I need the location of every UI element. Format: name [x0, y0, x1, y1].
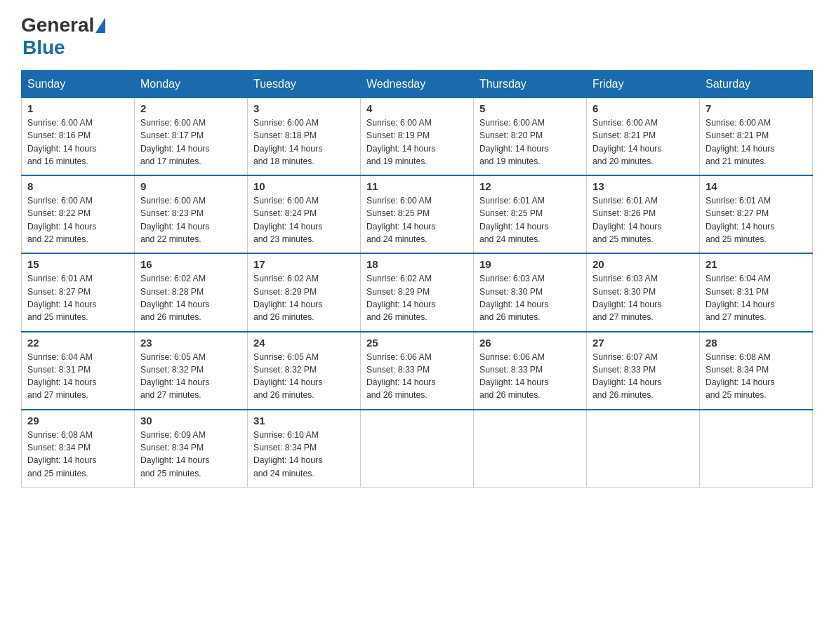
calendar-cell: 9 Sunrise: 6:00 AMSunset: 8:23 PMDayligh…	[135, 175, 248, 253]
calendar-cell: 15 Sunrise: 6:01 AMSunset: 8:27 PMDaylig…	[22, 253, 135, 331]
calendar-cell: 30 Sunrise: 6:09 AMSunset: 8:34 PMDaylig…	[135, 410, 248, 488]
calendar-cell: 1 Sunrise: 6:00 AMSunset: 8:16 PMDayligh…	[22, 98, 135, 176]
calendar-cell	[474, 410, 587, 488]
day-info: Sunrise: 6:08 AMSunset: 8:34 PMDaylight:…	[27, 429, 128, 480]
day-number: 16	[140, 258, 241, 270]
day-info: Sunrise: 6:02 AMSunset: 8:29 PMDaylight:…	[366, 272, 468, 323]
calendar-cell: 24 Sunrise: 6:05 AMSunset: 8:32 PMDaylig…	[248, 332, 361, 410]
logo: General Blue	[21, 14, 107, 59]
day-info: Sunrise: 6:04 AMSunset: 8:31 PMDaylight:…	[706, 272, 807, 323]
calendar-cell: 3 Sunrise: 6:00 AMSunset: 8:18 PMDayligh…	[248, 98, 361, 176]
day-number: 28	[706, 337, 807, 349]
day-number: 5	[479, 102, 581, 114]
col-header-tuesday: Tuesday	[248, 71, 361, 98]
day-number: 17	[253, 258, 355, 270]
day-number: 2	[140, 102, 241, 114]
calendar-cell: 17 Sunrise: 6:02 AMSunset: 8:29 PMDaylig…	[248, 253, 361, 331]
week-row-3: 15 Sunrise: 6:01 AMSunset: 8:27 PMDaylig…	[22, 253, 813, 331]
day-info: Sunrise: 6:00 AMSunset: 8:22 PMDaylight:…	[27, 194, 128, 246]
day-number: 30	[140, 415, 241, 427]
day-info: Sunrise: 6:09 AMSunset: 8:34 PMDaylight:…	[140, 429, 241, 480]
day-number: 22	[27, 337, 128, 349]
col-header-saturday: Saturday	[700, 71, 813, 98]
week-row-4: 22 Sunrise: 6:04 AMSunset: 8:31 PMDaylig…	[22, 332, 813, 410]
calendar-cell: 25 Sunrise: 6:06 AMSunset: 8:33 PMDaylig…	[361, 332, 474, 410]
logo-text: General	[21, 14, 107, 36]
day-info: Sunrise: 6:06 AMSunset: 8:33 PMDaylight:…	[479, 351, 581, 402]
day-number: 18	[366, 258, 468, 270]
day-number: 4	[366, 102, 468, 114]
day-info: Sunrise: 6:00 AMSunset: 8:23 PMDaylight:…	[140, 194, 241, 246]
day-number: 21	[706, 258, 807, 270]
day-info: Sunrise: 6:08 AMSunset: 8:34 PMDaylight:…	[706, 351, 807, 402]
header: General Blue	[21, 14, 813, 59]
day-info: Sunrise: 6:07 AMSunset: 8:33 PMDaylight:…	[593, 351, 694, 402]
calendar-cell: 7 Sunrise: 6:00 AMSunset: 8:21 PMDayligh…	[700, 98, 813, 176]
calendar-header-row: SundayMondayTuesdayWednesdayThursdayFrid…	[22, 71, 813, 98]
day-number: 3	[253, 102, 355, 114]
logo-blue: Blue	[22, 36, 65, 58]
calendar-cell: 12 Sunrise: 6:01 AMSunset: 8:25 PMDaylig…	[474, 175, 587, 253]
day-number: 8	[27, 180, 128, 192]
day-info: Sunrise: 6:00 AMSunset: 8:17 PMDaylight:…	[140, 116, 241, 168]
calendar-cell: 18 Sunrise: 6:02 AMSunset: 8:29 PMDaylig…	[361, 253, 474, 331]
calendar-cell: 29 Sunrise: 6:08 AMSunset: 8:34 PMDaylig…	[22, 410, 135, 488]
calendar-cell: 5 Sunrise: 6:00 AMSunset: 8:20 PMDayligh…	[474, 98, 587, 176]
day-info: Sunrise: 6:04 AMSunset: 8:31 PMDaylight:…	[27, 351, 128, 402]
col-header-thursday: Thursday	[474, 71, 587, 98]
calendar-cell: 20 Sunrise: 6:03 AMSunset: 8:30 PMDaylig…	[587, 253, 700, 331]
calendar-cell: 4 Sunrise: 6:00 AMSunset: 8:19 PMDayligh…	[361, 98, 474, 176]
day-number: 15	[27, 258, 128, 270]
day-info: Sunrise: 6:10 AMSunset: 8:34 PMDaylight:…	[253, 429, 355, 480]
col-header-monday: Monday	[135, 71, 248, 98]
day-info: Sunrise: 6:01 AMSunset: 8:27 PMDaylight:…	[706, 194, 807, 246]
day-info: Sunrise: 6:00 AMSunset: 8:25 PMDaylight:…	[366, 194, 468, 246]
col-header-wednesday: Wednesday	[361, 71, 474, 98]
calendar-table: SundayMondayTuesdayWednesdayThursdayFrid…	[21, 70, 813, 488]
day-number: 24	[253, 337, 355, 349]
day-info: Sunrise: 6:00 AMSunset: 8:24 PMDaylight:…	[253, 194, 355, 246]
day-number: 27	[593, 337, 694, 349]
logo-triangle-icon	[95, 18, 105, 33]
week-row-2: 8 Sunrise: 6:00 AMSunset: 8:22 PMDayligh…	[22, 175, 813, 253]
day-number: 31	[253, 415, 355, 427]
day-number: 20	[593, 258, 694, 270]
day-info: Sunrise: 6:00 AMSunset: 8:19 PMDaylight:…	[366, 116, 468, 168]
day-info: Sunrise: 6:01 AMSunset: 8:25 PMDaylight:…	[479, 194, 581, 246]
day-number: 7	[706, 102, 807, 114]
day-info: Sunrise: 6:02 AMSunset: 8:29 PMDaylight:…	[253, 272, 355, 323]
day-number: 26	[479, 337, 581, 349]
calendar-cell: 21 Sunrise: 6:04 AMSunset: 8:31 PMDaylig…	[700, 253, 813, 331]
calendar-cell: 31 Sunrise: 6:10 AMSunset: 8:34 PMDaylig…	[248, 410, 361, 488]
col-header-friday: Friday	[587, 71, 700, 98]
day-info: Sunrise: 6:03 AMSunset: 8:30 PMDaylight:…	[593, 272, 694, 323]
day-number: 9	[140, 180, 241, 192]
calendar-cell: 23 Sunrise: 6:05 AMSunset: 8:32 PMDaylig…	[135, 332, 248, 410]
calendar-cell: 26 Sunrise: 6:06 AMSunset: 8:33 PMDaylig…	[474, 332, 587, 410]
day-info: Sunrise: 6:00 AMSunset: 8:20 PMDaylight:…	[479, 116, 581, 168]
calendar-cell: 2 Sunrise: 6:00 AMSunset: 8:17 PMDayligh…	[135, 98, 248, 176]
week-row-5: 29 Sunrise: 6:08 AMSunset: 8:34 PMDaylig…	[22, 410, 813, 488]
calendar-cell: 14 Sunrise: 6:01 AMSunset: 8:27 PMDaylig…	[700, 175, 813, 253]
calendar-cell	[361, 410, 474, 488]
calendar-cell: 19 Sunrise: 6:03 AMSunset: 8:30 PMDaylig…	[474, 253, 587, 331]
calendar-cell: 13 Sunrise: 6:01 AMSunset: 8:26 PMDaylig…	[587, 175, 700, 253]
day-info: Sunrise: 6:03 AMSunset: 8:30 PMDaylight:…	[479, 272, 581, 323]
day-info: Sunrise: 6:06 AMSunset: 8:33 PMDaylight:…	[366, 351, 468, 402]
week-row-1: 1 Sunrise: 6:00 AMSunset: 8:16 PMDayligh…	[22, 98, 813, 176]
day-number: 29	[27, 415, 128, 427]
day-info: Sunrise: 6:01 AMSunset: 8:26 PMDaylight:…	[593, 194, 694, 246]
day-number: 10	[253, 180, 355, 192]
day-info: Sunrise: 6:00 AMSunset: 8:21 PMDaylight:…	[706, 116, 807, 168]
logo-general: General	[21, 14, 94, 36]
calendar-cell	[700, 410, 813, 488]
calendar-body: 1 Sunrise: 6:00 AMSunset: 8:16 PMDayligh…	[22, 98, 813, 488]
day-info: Sunrise: 6:05 AMSunset: 8:32 PMDaylight:…	[253, 351, 355, 402]
day-info: Sunrise: 6:00 AMSunset: 8:21 PMDaylight:…	[593, 116, 694, 168]
calendar-cell: 10 Sunrise: 6:00 AMSunset: 8:24 PMDaylig…	[248, 175, 361, 253]
day-number: 11	[366, 180, 468, 192]
day-number: 19	[479, 258, 581, 270]
day-info: Sunrise: 6:02 AMSunset: 8:28 PMDaylight:…	[140, 272, 241, 323]
calendar-cell: 11 Sunrise: 6:00 AMSunset: 8:25 PMDaylig…	[361, 175, 474, 253]
col-header-sunday: Sunday	[22, 71, 135, 98]
